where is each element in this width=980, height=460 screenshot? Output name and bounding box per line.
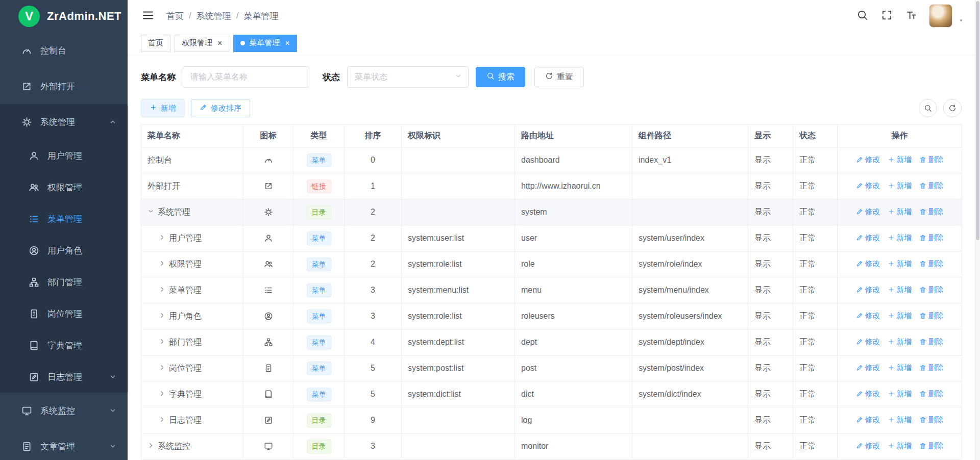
edit-link[interactable]: 修改: [856, 207, 880, 217]
row-expander[interactable]: [159, 416, 165, 425]
show-search-button[interactable]: [919, 99, 937, 117]
delete-link[interactable]: 删除: [919, 311, 944, 321]
delete-link[interactable]: 删除: [919, 363, 944, 373]
sidebar-item-label: 用户管理: [47, 150, 82, 162]
edit-link[interactable]: 修改: [856, 415, 880, 425]
tab-0[interactable]: 首页: [141, 35, 170, 52]
edit-link[interactable]: 修改: [856, 311, 880, 321]
add-button[interactable]: 新增: [141, 99, 185, 117]
add-link[interactable]: 新增: [888, 311, 912, 321]
tab-close-icon[interactable]: ×: [217, 39, 222, 47]
sidebar-subitem[interactable]: 菜单管理: [0, 203, 128, 235]
edit-link[interactable]: 修改: [856, 155, 880, 165]
breadcrumb-item[interactable]: 首页: [166, 10, 184, 22]
sidebar-item[interactable]: 控制台: [0, 33, 128, 68]
add-link[interactable]: 新增: [888, 337, 912, 347]
edit-link[interactable]: 修改: [856, 363, 880, 373]
delete-link[interactable]: 删除: [919, 233, 944, 243]
add-link[interactable]: 新增: [888, 389, 912, 399]
component-cell: system/user/index: [632, 225, 748, 251]
add-link[interactable]: 新增: [888, 285, 912, 295]
add-link[interactable]: 新增: [888, 181, 912, 191]
status-cell: 正常: [793, 355, 838, 381]
scrollbar-thumb[interactable]: [976, 1, 979, 240]
sidebar-subitem[interactable]: 岗位管理: [0, 298, 128, 329]
sidebar-menu: 控制台外部打开系统管理用户管理权限管理菜单管理用户角色部门管理岗位管理字典管理日…: [0, 33, 128, 460]
visible-cell: 显示: [748, 199, 793, 225]
breadcrumb-item[interactable]: 菜单管理: [243, 10, 278, 22]
edit-link[interactable]: 修改: [856, 389, 880, 399]
row-expander[interactable]: [159, 260, 165, 269]
status-select[interactable]: 菜单状态: [347, 66, 469, 88]
add-link[interactable]: 新增: [888, 259, 912, 269]
add-link[interactable]: 新增: [888, 207, 912, 217]
table-header-row: 菜单名称图标类型排序权限标识路由地址组件路径显示状态操作: [141, 125, 962, 147]
delete-link[interactable]: 删除: [919, 337, 944, 347]
delete-link[interactable]: 删除: [919, 181, 944, 191]
edit-icon: [856, 442, 863, 449]
edit-sort-button[interactable]: 修改排序: [191, 99, 250, 117]
sidebar-subitem[interactable]: 用户角色: [0, 235, 128, 266]
delete-link[interactable]: 删除: [919, 441, 944, 451]
edit-link[interactable]: 修改: [856, 441, 880, 451]
menu-name: 字典管理: [169, 389, 202, 400]
header-search-button[interactable]: [855, 9, 869, 22]
plus-icon: [150, 104, 157, 111]
add-link[interactable]: 新增: [888, 233, 912, 243]
sidebar-subitem[interactable]: 部门管理: [0, 266, 128, 298]
edit-icon: [200, 104, 207, 113]
delete-link[interactable]: 删除: [919, 155, 944, 165]
breadcrumb-item[interactable]: 系统管理: [197, 10, 231, 22]
row-expander[interactable]: [159, 338, 165, 347]
row-expander[interactable]: [159, 364, 165, 373]
edit-link[interactable]: 修改: [856, 233, 880, 243]
delete-link[interactable]: 删除: [919, 415, 944, 425]
add-link[interactable]: 新增: [888, 415, 912, 425]
tab-1[interactable]: 权限管理×: [175, 35, 229, 52]
trash-icon: [919, 416, 926, 423]
font-size-button[interactable]: [904, 9, 918, 22]
sidebar-item[interactable]: 系统监控: [0, 393, 128, 428]
sidebar-subitem[interactable]: 权限管理: [0, 171, 128, 203]
row-expander[interactable]: [148, 208, 154, 217]
edit-link[interactable]: 修改: [856, 285, 880, 295]
page-scrollbar[interactable]: [975, 0, 980, 460]
sidebar-subitem[interactable]: 用户管理: [0, 140, 128, 171]
sidebar-toggle-button[interactable]: [141, 9, 155, 23]
add-link[interactable]: 新增: [888, 155, 912, 165]
edit-link[interactable]: 修改: [856, 337, 880, 347]
fullscreen-button[interactable]: [880, 9, 893, 22]
users-icon: [264, 260, 273, 269]
search-button[interactable]: 搜索: [476, 67, 525, 87]
refresh-table-button[interactable]: [943, 99, 962, 117]
row-expander[interactable]: [159, 234, 165, 243]
edit-link[interactable]: 修改: [856, 181, 880, 191]
sidebar-item[interactable]: 外部打开: [0, 68, 128, 104]
delete-link[interactable]: 删除: [919, 285, 944, 295]
chevron-right-icon: [159, 364, 165, 371]
add-link[interactable]: 新增: [888, 441, 912, 451]
tab-close-icon[interactable]: ×: [285, 39, 289, 47]
row-expander[interactable]: [159, 390, 165, 399]
user-avatar[interactable]: [929, 4, 952, 28]
delete-link[interactable]: 删除: [919, 259, 944, 269]
delete-link[interactable]: 删除: [919, 389, 944, 399]
search-icon: [486, 72, 495, 82]
sidebar-item[interactable]: 系统管理: [0, 104, 128, 140]
menu-name-input[interactable]: [183, 66, 309, 88]
avatar-dropdown-caret[interactable]: [964, 6, 965, 26]
row-expander[interactable]: [159, 286, 165, 295]
edit-link[interactable]: 修改: [856, 259, 880, 269]
delete-link[interactable]: 删除: [919, 207, 944, 217]
row-expander[interactable]: [148, 442, 154, 451]
sidebar-item[interactable]: 文章管理: [0, 428, 128, 460]
sidebar-subitem[interactable]: 字典管理: [0, 329, 128, 361]
sidebar-item-label: 外部打开: [40, 81, 75, 92]
tab-2[interactable]: 菜单管理×: [233, 35, 297, 52]
row-expander[interactable]: [159, 312, 165, 321]
add-link[interactable]: 新增: [888, 363, 912, 373]
reset-button[interactable]: 重置: [534, 67, 584, 87]
type-tag: 菜单: [307, 336, 331, 349]
sidebar-subitem[interactable]: 日志管理: [0, 361, 128, 393]
route-cell: user: [515, 225, 632, 251]
